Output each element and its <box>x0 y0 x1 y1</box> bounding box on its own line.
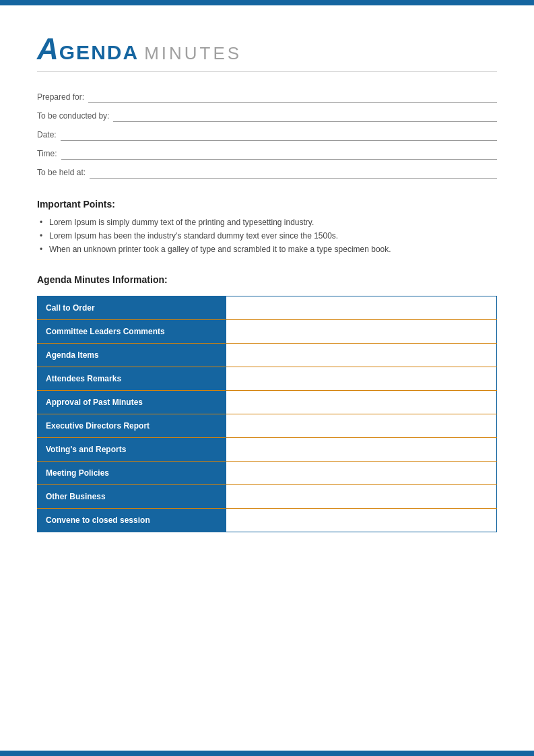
row-content <box>226 438 497 462</box>
row-label: Other Business <box>38 485 226 509</box>
table-row: Agenda Items <box>38 344 497 367</box>
row-label: Committee Leaders Comments <box>38 320 226 344</box>
held-at-label: To be held at: <box>37 168 86 179</box>
row-label: Call to Order <box>38 296 226 320</box>
row-content <box>226 344 497 367</box>
form-section: Prepared for: To be conducted by: Date: … <box>37 91 497 179</box>
date-line <box>61 129 497 141</box>
table-row: Executive Directors Report <box>38 414 497 438</box>
row-label: Meeting Policies <box>38 462 226 485</box>
important-points-list: Lorem Ipsum is simply dummy text of the … <box>37 218 497 254</box>
title-section: AGENDAMINUTES <box>37 32 497 72</box>
top-bar <box>0 0 534 5</box>
row-label: Executive Directors Report <box>38 414 226 438</box>
row-content <box>226 462 497 485</box>
row-content <box>226 509 497 532</box>
table-row: Committee Leaders Comments <box>38 320 497 344</box>
prepared-for-label: Prepared for: <box>37 92 84 103</box>
page-title: AGENDAMINUTES <box>37 32 497 66</box>
bottom-bar <box>0 751 534 756</box>
row-content <box>226 296 497 320</box>
form-row-time: Time: <box>37 148 497 160</box>
agenda-info-section: Agenda Minutes Information: Call to Orde… <box>37 274 497 532</box>
form-row-conducted: To be conducted by: <box>37 110 497 122</box>
table-row: Approval of Past Minutes <box>38 391 497 414</box>
table-row: Meeting Policies <box>38 462 497 485</box>
table-row: Other Business <box>38 485 497 509</box>
form-row-prepared: Prepared for: <box>37 91 497 103</box>
row-content <box>226 485 497 509</box>
conducted-by-label: To be conducted by: <box>37 111 109 122</box>
table-row: Voting's and Reports <box>38 438 497 462</box>
form-row-held-at: To be held at: <box>37 166 497 179</box>
row-label: Convene to closed session <box>38 509 226 532</box>
table-row: Call to Order <box>38 296 497 320</box>
title-divider <box>37 71 497 72</box>
form-row-date: Date: <box>37 129 497 141</box>
row-content <box>226 414 497 438</box>
held-at-line <box>90 166 497 179</box>
row-label: Approval of Past Minutes <box>38 391 226 414</box>
title-genda: GENDA <box>59 41 139 63</box>
list-item: When an unknown printer took a galley of… <box>37 245 497 254</box>
date-label: Date: <box>37 130 57 141</box>
table-row: Convene to closed session <box>38 509 497 532</box>
row-label: Attendees Remarks <box>38 367 226 391</box>
row-content <box>226 320 497 344</box>
time-label: Time: <box>37 149 57 160</box>
list-item: Lorem Ipsum has been the industry's stan… <box>37 231 497 241</box>
row-label: Voting's and Reports <box>38 438 226 462</box>
time-line <box>61 148 497 160</box>
important-points-heading: Important Points: <box>37 199 497 210</box>
agenda-info-heading: Agenda Minutes Information: <box>37 274 497 285</box>
prepared-for-line <box>88 91 497 103</box>
title-letter-a: A <box>37 32 59 65</box>
title-minutes: MINUTES <box>144 43 242 63</box>
row-content <box>226 391 497 414</box>
row-label: Agenda Items <box>38 344 226 367</box>
conducted-by-line <box>113 110 497 122</box>
agenda-table: Call to OrderCommittee Leaders CommentsA… <box>37 296 497 532</box>
list-item: Lorem Ipsum is simply dummy text of the … <box>37 218 497 227</box>
table-row: Attendees Remarks <box>38 367 497 391</box>
row-content <box>226 367 497 391</box>
important-points-section: Important Points: Lorem Ipsum is simply … <box>37 199 497 254</box>
